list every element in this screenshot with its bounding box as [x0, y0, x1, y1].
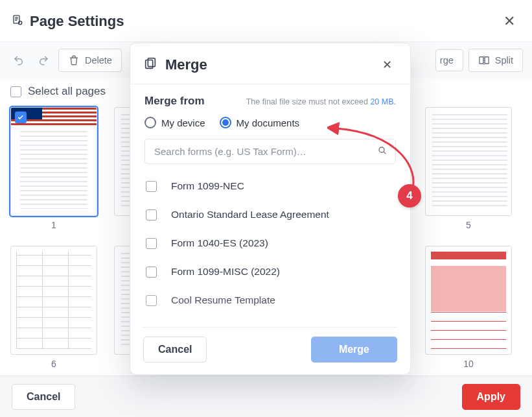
list-item-label: Form 1099-NEC [171, 180, 244, 192]
modal-header: Merge ✕ [130, 43, 410, 84]
radio-label: My device [161, 117, 205, 128]
list-checkbox[interactable] [146, 181, 157, 192]
modal-close-icon[interactable]: ✕ [377, 55, 397, 75]
list-item[interactable]: Form 1099-NEC [145, 172, 396, 200]
merge-icon [143, 56, 157, 73]
merge-modal: Merge ✕ Merge from The final file size m… [130, 43, 411, 375]
list-item-label: Form 1040-ES (2023) [171, 237, 268, 249]
hint-text: The final file size must not exceed [246, 97, 371, 106]
list-item[interactable]: Cool Resume Template [145, 286, 396, 315]
radio-icon [145, 117, 156, 128]
list-item[interactable]: Form 1040-ES (2023) [145, 229, 396, 257]
list-item-label: Cool Resume Template [171, 294, 275, 306]
header-bar: Page Settings ✕ [0, 0, 532, 42]
modal-footer: Cancel Merge [130, 328, 410, 374]
list-checkbox[interactable] [146, 209, 157, 220]
svg-line-10 [384, 152, 386, 154]
radio-label: My documents [237, 117, 300, 128]
radio-icon [220, 117, 231, 128]
svg-point-9 [379, 147, 384, 152]
list-item-label: Form 1099-MISC (2022) [171, 266, 280, 278]
close-icon[interactable]: ✕ [498, 10, 520, 32]
apply-button[interactable]: Apply [462, 384, 520, 410]
size-limit-link[interactable]: 20 MB. [370, 97, 396, 106]
footer: Cancel Apply [0, 375, 532, 417]
modal-cancel-button[interactable]: Cancel [143, 337, 207, 363]
search-input[interactable] [153, 145, 377, 158]
merge-source-radios: My device My documents [145, 117, 396, 128]
document-list: Form 1099-NEC Ontario Standard Lease Agr… [145, 172, 396, 322]
list-checkbox[interactable] [146, 267, 157, 278]
search-icon[interactable] [377, 145, 387, 158]
page-title: Page Settings [30, 13, 124, 30]
file-size-hint: The final file size must not exceed 20 M… [246, 97, 396, 106]
list-item[interactable]: Form 1099-MISC (2022) [145, 257, 396, 286]
list-item-label: Ontario Standard Lease Agreement [171, 209, 329, 220]
cancel-button[interactable]: Cancel [12, 384, 75, 410]
step-badge: 4 [398, 184, 421, 208]
merge-from-row: Merge from The final file size must not … [145, 95, 396, 108]
modal-title: Merge [165, 56, 207, 73]
radio-my-device[interactable]: My device [145, 117, 205, 128]
modal-body: Merge from The final file size must not … [130, 84, 410, 327]
modal-merge-button[interactable]: Merge [311, 337, 397, 363]
search-field[interactable] [145, 139, 396, 164]
list-checkbox[interactable] [146, 238, 157, 249]
list-item[interactable]: Ontario Standard Lease Agreement [145, 200, 396, 229]
list-checkbox[interactable] [146, 295, 157, 306]
page-settings-icon [12, 14, 23, 29]
merge-from-label: Merge from [145, 95, 205, 108]
radio-my-documents[interactable]: My documents [220, 117, 300, 128]
step-number: 4 [406, 189, 412, 202]
